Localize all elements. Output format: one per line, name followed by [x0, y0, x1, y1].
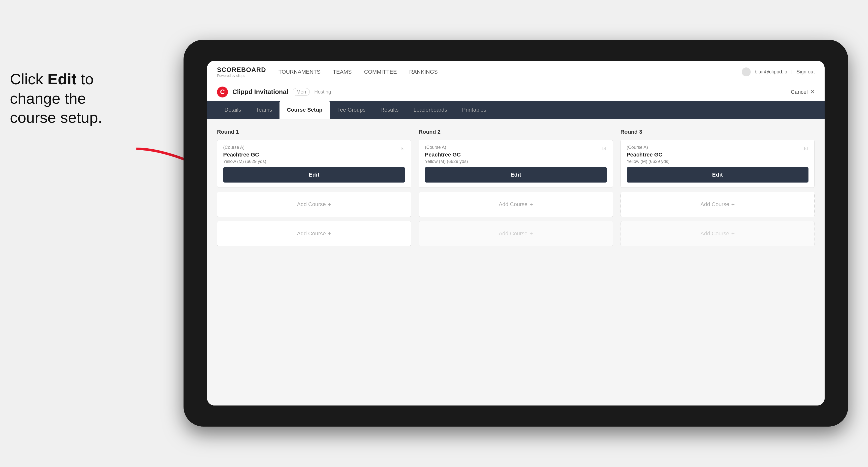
- round-3-add-course-1[interactable]: Add Course +: [620, 192, 815, 217]
- tab-leaderboards[interactable]: Leaderboards: [406, 101, 455, 119]
- tab-teams[interactable]: Teams: [248, 101, 279, 119]
- sign-out-link[interactable]: Sign out: [797, 69, 815, 75]
- round-1-delete-button[interactable]: ⊡: [398, 144, 407, 153]
- tablet-frame: SCOREBOARD Powered by clippd TOURNAMENTS…: [184, 40, 848, 427]
- round-3-column: Round 3 ⊡ (Course A) Peachtree GC Yellow…: [620, 129, 815, 250]
- nav-teams[interactable]: TEAMS: [333, 69, 352, 75]
- round-2-add-course-1[interactable]: Add Course +: [418, 192, 613, 217]
- tab-results[interactable]: Results: [373, 101, 406, 119]
- scoreboard-logo: SCOREBOARD Powered by clippd: [217, 66, 266, 77]
- round-1-add-course-2[interactable]: Add Course +: [217, 221, 411, 246]
- instruction-bold: Edit: [48, 70, 76, 88]
- round-2-course-name: Peachtree GC: [425, 152, 607, 158]
- main-content: Round 1 ⊡ (Course A) Peachtree GC Yellow…: [207, 119, 825, 405]
- round-3-course-details: Yellow (M) (6629 yds): [627, 159, 808, 164]
- round-3-plus-icon-1: +: [731, 201, 735, 208]
- tab-printables[interactable]: Printables: [455, 101, 494, 119]
- round-2-plus-icon-2: +: [529, 230, 533, 237]
- avatar: [742, 67, 751, 76]
- tab-tee-groups[interactable]: Tee Groups: [330, 101, 373, 119]
- tablet-screen: SCOREBOARD Powered by clippd TOURNAMENTS…: [207, 61, 825, 405]
- tournament-name: Clippd Invitational: [232, 88, 288, 96]
- nav-links: TOURNAMENTS TEAMS COMMITTEE RANKINGS: [279, 69, 742, 75]
- nav-rankings[interactable]: RANKINGS: [409, 69, 438, 75]
- round-3-course-name: Peachtree GC: [627, 152, 808, 158]
- round-3-course-card: ⊡ (Course A) Peachtree GC Yellow (M) (66…: [620, 139, 815, 188]
- round-2-delete-button[interactable]: ⊡: [600, 144, 609, 153]
- round-1-plus-icon-2: +: [328, 230, 331, 237]
- cancel-button[interactable]: Cancel ✕: [791, 89, 815, 95]
- logo-subtitle: Powered by clippd: [217, 74, 266, 77]
- round-1-add-course-1[interactable]: Add Course +: [217, 192, 411, 217]
- top-nav: SCOREBOARD Powered by clippd TOURNAMENTS…: [207, 61, 825, 83]
- instruction-text: Click Edit tochange thecourse setup.: [10, 69, 102, 127]
- tab-bar: Details Teams Course Setup Tee Groups Re…: [207, 101, 825, 119]
- round-1-title: Round 1: [217, 129, 411, 135]
- round-2-edit-button[interactable]: Edit: [425, 167, 607, 183]
- round-3-add-course-2: Add Course +: [620, 221, 815, 246]
- logo-title: SCOREBOARD: [217, 66, 266, 74]
- round-1-column: Round 1 ⊡ (Course A) Peachtree GC Yellow…: [217, 129, 411, 250]
- nav-user: blair@clippd.io | Sign out: [742, 67, 815, 76]
- nav-tournaments[interactable]: TOURNAMENTS: [279, 69, 321, 75]
- divider: |: [791, 69, 793, 75]
- round-1-course-label: (Course A): [223, 145, 405, 150]
- round-1-course-name: Peachtree GC: [223, 152, 405, 158]
- hosting-tag: Hosting: [314, 89, 331, 95]
- round-3-plus-icon-2: +: [731, 230, 735, 237]
- nav-committee[interactable]: COMMITTEE: [364, 69, 397, 75]
- round-3-delete-button[interactable]: ⊡: [802, 144, 810, 153]
- instruction-prefix: Click: [10, 70, 48, 88]
- round-2-course-label: (Course A): [425, 145, 607, 150]
- round-2-column: Round 2 ⊡ (Course A) Peachtree GC Yellow…: [418, 129, 613, 250]
- round-1-edit-button[interactable]: Edit: [223, 167, 405, 183]
- round-1-course-card: ⊡ (Course A) Peachtree GC Yellow (M) (66…: [217, 139, 411, 188]
- round-2-course-details: Yellow (M) (6629 yds): [425, 159, 607, 164]
- tab-course-setup[interactable]: Course Setup: [279, 101, 330, 119]
- round-3-course-label: (Course A): [627, 145, 808, 150]
- round-2-add-course-2: Add Course +: [418, 221, 613, 246]
- round-2-plus-icon-1: +: [529, 201, 533, 208]
- round-3-edit-button[interactable]: Edit: [627, 167, 808, 183]
- clippd-icon: C: [217, 87, 228, 97]
- round-1-course-details: Yellow (M) (6629 yds): [223, 159, 405, 164]
- tab-details[interactable]: Details: [217, 101, 248, 119]
- gender-badge: Men: [292, 88, 310, 96]
- round-2-course-card: ⊡ (Course A) Peachtree GC Yellow (M) (66…: [418, 139, 613, 188]
- cancel-icon: ✕: [810, 89, 815, 95]
- round-1-plus-icon-1: +: [328, 201, 331, 208]
- round-3-title: Round 3: [620, 129, 815, 135]
- user-email: blair@clippd.io: [755, 69, 787, 75]
- round-2-title: Round 2: [418, 129, 613, 135]
- rounds-container: Round 1 ⊡ (Course A) Peachtree GC Yellow…: [217, 129, 815, 250]
- sub-header: C Clippd Invitational Men Hosting Cancel…: [207, 83, 825, 101]
